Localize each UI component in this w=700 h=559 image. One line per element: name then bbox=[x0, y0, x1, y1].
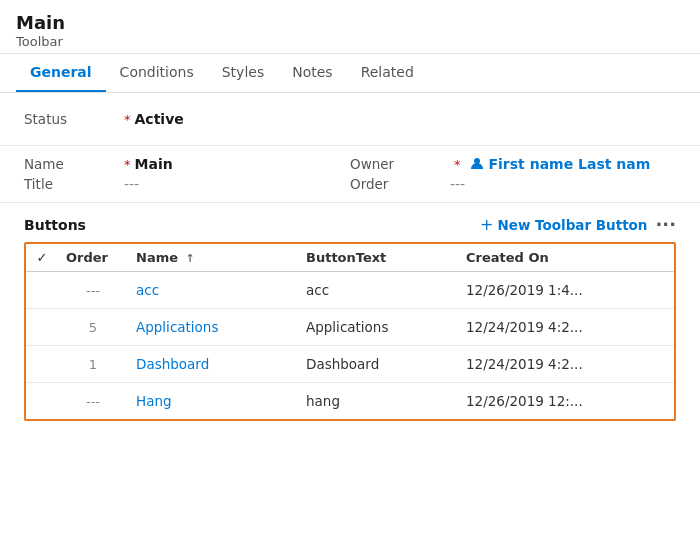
row-order-3: --- bbox=[58, 383, 128, 420]
row-order-2: 1 bbox=[58, 346, 128, 383]
row-name-1[interactable]: Applications bbox=[128, 309, 298, 346]
row-order-1: 5 bbox=[58, 309, 128, 346]
name-value: Main bbox=[135, 156, 173, 172]
name-owner-row: Name * Main Owner * First name Last nam bbox=[24, 156, 676, 172]
status-required-marker: * bbox=[124, 112, 131, 127]
order-label: Order bbox=[350, 176, 450, 192]
row-name-2[interactable]: Dashboard bbox=[128, 346, 298, 383]
buttons-table-wrapper: ✓ Order Name ↑ ButtonText Created On ---… bbox=[24, 242, 676, 421]
table-body: --- acc acc 12/26/2019 1:4... 5 Applicat… bbox=[26, 272, 674, 420]
new-toolbar-button[interactable]: + New Toolbar Button bbox=[480, 215, 647, 234]
owner-value[interactable]: First name Last nam bbox=[469, 156, 651, 172]
table-header-row: ✓ Order Name ↑ ButtonText Created On bbox=[26, 244, 674, 272]
status-section: Status * Active bbox=[0, 93, 700, 146]
plus-icon: + bbox=[480, 215, 493, 234]
checkmark-icon: ✓ bbox=[37, 250, 48, 265]
btntext-column-header[interactable]: ButtonText bbox=[298, 244, 458, 272]
row-createdon-1: 12/24/2019 4:2... bbox=[458, 309, 674, 346]
table-row: --- Hang hang 12/26/2019 12:... bbox=[26, 383, 674, 420]
tab-bar: General Conditions Styles Notes Related bbox=[0, 54, 700, 93]
row-check-2[interactable] bbox=[26, 346, 58, 383]
sort-icon: ↑ bbox=[186, 252, 195, 265]
person-icon bbox=[469, 156, 485, 172]
status-row: Status * Active bbox=[24, 103, 676, 135]
owner-col: Owner * First name Last nam bbox=[350, 156, 676, 172]
buttons-section: Buttons + New Toolbar Button ··· ✓ Order… bbox=[0, 203, 700, 429]
title-label: Title bbox=[24, 176, 124, 192]
check-column-header: ✓ bbox=[26, 244, 58, 272]
createdon-column-header[interactable]: Created On bbox=[458, 244, 674, 272]
table-row: --- acc acc 12/26/2019 1:4... bbox=[26, 272, 674, 309]
title-value: --- bbox=[124, 176, 139, 192]
tab-related[interactable]: Related bbox=[347, 54, 428, 92]
details-section: Name * Main Owner * First name Last nam … bbox=[0, 146, 700, 203]
row-createdon-3: 12/26/2019 12:... bbox=[458, 383, 674, 420]
row-btntext-1: Applications bbox=[298, 309, 458, 346]
order-column-header[interactable]: Order bbox=[58, 244, 128, 272]
tab-styles[interactable]: Styles bbox=[208, 54, 278, 92]
row-name-0[interactable]: acc bbox=[128, 272, 298, 309]
buttons-actions: + New Toolbar Button ··· bbox=[480, 215, 676, 234]
row-check-1[interactable] bbox=[26, 309, 58, 346]
row-createdon-2: 12/24/2019 4:2... bbox=[458, 346, 674, 383]
tab-notes[interactable]: Notes bbox=[278, 54, 346, 92]
row-btntext-2: Dashboard bbox=[298, 346, 458, 383]
row-check-0[interactable] bbox=[26, 272, 58, 309]
row-order-0: --- bbox=[58, 272, 128, 309]
status-label: Status bbox=[24, 111, 124, 127]
table-row: 5 Applications Applications 12/24/2019 4… bbox=[26, 309, 674, 346]
title-col: Title --- bbox=[24, 176, 350, 192]
buttons-section-title: Buttons + New Toolbar Button ··· bbox=[24, 203, 676, 242]
buttons-table: ✓ Order Name ↑ ButtonText Created On ---… bbox=[26, 244, 674, 419]
order-col: Order --- bbox=[350, 176, 676, 192]
tab-conditions[interactable]: Conditions bbox=[106, 54, 208, 92]
order-value: --- bbox=[450, 176, 465, 192]
table-row: 1 Dashboard Dashboard 12/24/2019 4:2... bbox=[26, 346, 674, 383]
row-btntext-3: hang bbox=[298, 383, 458, 420]
more-options-button[interactable]: ··· bbox=[655, 216, 676, 234]
page-subtitle: Toolbar bbox=[16, 34, 684, 49]
owner-required-marker: * bbox=[454, 157, 461, 172]
page-title: Main bbox=[16, 12, 684, 33]
page-header: Main Toolbar bbox=[0, 0, 700, 54]
row-name-3[interactable]: Hang bbox=[128, 383, 298, 420]
name-required-marker: * bbox=[124, 157, 131, 172]
row-createdon-0: 12/26/2019 1:4... bbox=[458, 272, 674, 309]
owner-label: Owner bbox=[350, 156, 450, 172]
name-label: Name bbox=[24, 156, 124, 172]
name-col: Name * Main bbox=[24, 156, 350, 172]
tab-general[interactable]: General bbox=[16, 54, 106, 92]
row-check-3[interactable] bbox=[26, 383, 58, 420]
status-value: Active bbox=[135, 111, 184, 127]
name-column-header[interactable]: Name ↑ bbox=[128, 244, 298, 272]
title-order-row: Title --- Order --- bbox=[24, 176, 676, 192]
row-btntext-0: acc bbox=[298, 272, 458, 309]
